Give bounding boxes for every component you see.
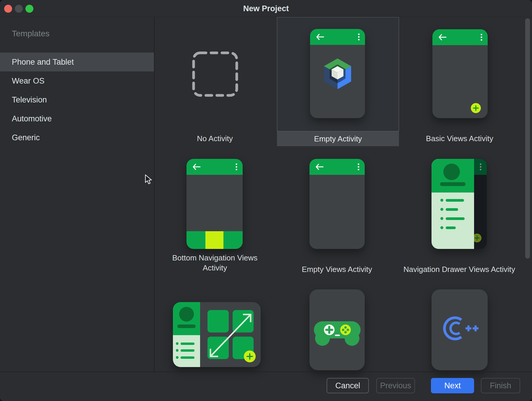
bottom-nav-selected-tab xyxy=(205,231,223,249)
drawer-menu-dot xyxy=(176,349,179,352)
card-label-bottom-navigation[interactable]: Bottom Navigation Views Activity xyxy=(168,253,262,273)
back-arrow-icon xyxy=(192,163,201,170)
drawer-menu-dot xyxy=(440,217,443,220)
drawer-avatar xyxy=(179,307,194,322)
drawer-menu-line xyxy=(181,356,194,359)
navigation-drawer xyxy=(432,159,474,249)
back-arrow-icon xyxy=(316,33,325,40)
navigation-drawer-views-mockup[interactable] xyxy=(432,159,487,249)
drawer-menu-line xyxy=(446,199,464,202)
drawer-menu-line xyxy=(446,226,456,229)
empty-views-activity-mockup[interactable] xyxy=(309,159,365,249)
sidebar-item-phone-and-tablet[interactable]: Phone and Tablet xyxy=(0,53,154,71)
drawer-menu-dot xyxy=(440,199,443,202)
drawer-menu-line xyxy=(181,349,194,352)
bottom-nav-bar xyxy=(186,231,243,249)
drawer-menu-line xyxy=(446,208,458,211)
drawer-avatar xyxy=(443,164,460,180)
fab-plus-icon xyxy=(244,351,256,362)
card-label-navigation-drawer[interactable]: Navigation Drawer Views Activity xyxy=(397,264,521,274)
new-project-dialog: New Project Templates Phone and Tablet W… xyxy=(0,0,532,401)
finish-button[interactable]: Finish xyxy=(481,378,520,393)
kebab-menu-icon xyxy=(480,163,481,170)
sidebar-item-wear-os[interactable]: Wear OS xyxy=(0,71,154,90)
sidebar-item-generic[interactable]: Generic xyxy=(0,128,154,147)
kebab-menu-icon xyxy=(481,34,482,41)
sidebar-divider xyxy=(154,17,155,371)
native-cpp-mockup[interactable] xyxy=(432,289,488,370)
basic-views-activity-mockup[interactable] xyxy=(432,29,488,118)
card-label-basic-views[interactable]: Basic Views Activity xyxy=(408,133,511,144)
next-button[interactable]: Next xyxy=(431,378,474,393)
drawer-menu-line xyxy=(181,343,194,345)
responsive-views-mockup[interactable] xyxy=(173,302,261,367)
title-bar: New Project xyxy=(0,0,532,17)
drawer-menu-dot xyxy=(440,226,443,229)
drawer-username-bar xyxy=(440,182,466,186)
no-activity-icon[interactable] xyxy=(192,51,239,97)
drawer-username-bar xyxy=(177,325,196,328)
fab-plus-icon xyxy=(471,103,481,113)
vertical-scrollbar-thumb[interactable] xyxy=(525,18,530,259)
cpp-logo-icon xyxy=(442,314,480,343)
drawer-menu-dot xyxy=(176,356,179,359)
card-label-empty-views[interactable]: Empty Views Activity xyxy=(284,264,390,274)
sidebar-item-automotive[interactable]: Automotive xyxy=(0,109,154,128)
bottom-navigation-views-mockup[interactable] xyxy=(186,159,243,249)
sidebar-item-television[interactable]: Television xyxy=(0,90,154,109)
drawer-menu-line xyxy=(446,217,465,220)
previous-button[interactable]: Previous xyxy=(376,378,415,393)
card-label-no-activity[interactable]: No Activity xyxy=(166,133,264,144)
jetpack-compose-logo xyxy=(320,56,355,92)
kebab-menu-icon xyxy=(358,163,359,170)
drawer-menu-dot xyxy=(176,342,179,345)
back-arrow-icon xyxy=(315,163,324,170)
dialog-title: New Project xyxy=(0,0,532,17)
footer-divider xyxy=(0,371,532,372)
drawer-menu-dot xyxy=(440,208,443,211)
card-label-empty-activity[interactable]: Empty Activity xyxy=(277,131,399,146)
cancel-button[interactable]: Cancel xyxy=(327,378,369,393)
kebab-menu-icon xyxy=(358,33,360,40)
sidebar-header: Templates xyxy=(12,29,50,38)
empty-activity-mockup[interactable] xyxy=(310,29,365,118)
mouse-cursor xyxy=(145,174,154,185)
titlebar-divider xyxy=(0,17,532,17)
back-arrow-icon xyxy=(438,34,447,41)
game-activity-mockup[interactable] xyxy=(309,289,365,370)
kebab-menu-icon xyxy=(236,163,237,170)
game-controller-icon xyxy=(314,321,361,349)
